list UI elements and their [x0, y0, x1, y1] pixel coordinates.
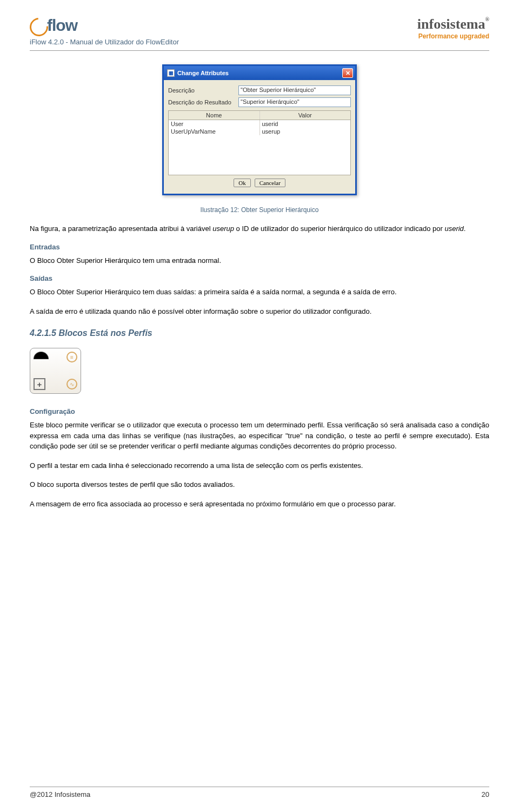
table-row[interactable]: UserUpVarName userup — [169, 128, 350, 135]
page-header: flow iFlow 4.2.0 - Manual de Utilizador … — [30, 16, 489, 51]
resultado-input[interactable]: "Superior Hierárquico" — [238, 97, 351, 107]
attributes-table: Nome Valor User userid UserUpVarName use… — [168, 110, 351, 175]
cell-valor: userup — [260, 128, 351, 135]
cell-nome: User — [169, 120, 260, 128]
config-p4: A mensagem de erro fica associada ao pro… — [30, 499, 489, 510]
col-valor: Valor — [260, 111, 351, 120]
change-attributes-dialog: ▦ Change Attributes ✕ Descrição "Obter S… — [162, 64, 357, 195]
iflow-logo-text: flow — [47, 16, 77, 35]
section-heading: 4.2.1.5 Blocos Está nos Perfis — [30, 328, 489, 338]
profile-shape-icon — [34, 352, 49, 359]
iflow-logo: flow — [30, 16, 179, 35]
cell-valor: userid — [260, 120, 351, 128]
iflow-swirl-icon — [30, 18, 45, 33]
descricao-input[interactable]: "Obter Superior Hierárquico" — [238, 85, 351, 95]
logo-right-block: infosistema Performance upgraded — [417, 16, 489, 40]
config-p1: Este bloco permite verificar se o utiliz… — [30, 420, 489, 452]
config-heading: Configuração — [30, 407, 489, 415]
wave-circle-icon: ∿ — [66, 379, 77, 390]
saidas-heading: Saídas — [30, 274, 489, 282]
document-title: iFlow 4.2.0 - Manual de Utilizador do Fl… — [30, 38, 179, 46]
lines-circle-icon: ≡ — [66, 352, 77, 362]
infosistema-logo: infosistema — [417, 16, 489, 32]
config-p2: O perfil a testar em cada linha é selecc… — [30, 460, 489, 471]
figure-caption: Ilustração 12: Obter Superior Hierárquic… — [30, 206, 489, 214]
saidas-text-2: A saída de erro é utilizada quando não é… — [30, 306, 489, 317]
entradas-text: O Bloco Obter Superior Hierárquico tem u… — [30, 255, 489, 266]
cancel-button[interactable]: Cancelar — [255, 179, 285, 187]
col-nome: Nome — [169, 111, 260, 120]
footer-page-number: 20 — [482, 790, 489, 798]
table-row[interactable]: User userid — [169, 120, 350, 128]
plus-icon: + — [34, 378, 45, 390]
resultado-label: Descrição do Resultado — [168, 99, 238, 105]
entradas-heading: Entradas — [30, 243, 489, 251]
block-perfis-icon: ≡ + ∿ — [30, 348, 81, 394]
dialog-titlebar: ▦ Change Attributes ✕ — [164, 66, 355, 80]
config-p3: O bloco suporta diversos testes de perfi… — [30, 479, 489, 490]
table-header-row: Nome Valor — [169, 111, 350, 120]
dialog-button-row: Ok Cancelar — [168, 175, 351, 188]
dialog-title: Change Attributes — [177, 70, 229, 76]
logo-left-block: flow iFlow 4.2.0 - Manual de Utilizador … — [30, 16, 179, 46]
dialog-body: Descrição "Obter Superior Hierárquico" D… — [164, 80, 355, 194]
footer-copyright: @2012 Infosistema — [30, 790, 90, 798]
cell-nome: UserUpVarName — [169, 128, 260, 135]
infosistema-tagline: Performance upgraded — [417, 32, 489, 40]
saidas-text-1: O Bloco Obter Superior Hierárquico tem d… — [30, 287, 489, 298]
page-footer: @2012 Infosistema 20 — [30, 787, 489, 798]
descricao-label: Descrição — [168, 87, 238, 94]
intro-paragraph: Na figura, a parametrização apresentada … — [30, 223, 489, 234]
dialog-app-icon: ▦ — [167, 69, 175, 77]
close-icon[interactable]: ✕ — [342, 68, 353, 78]
ok-button[interactable]: Ok — [234, 179, 250, 187]
